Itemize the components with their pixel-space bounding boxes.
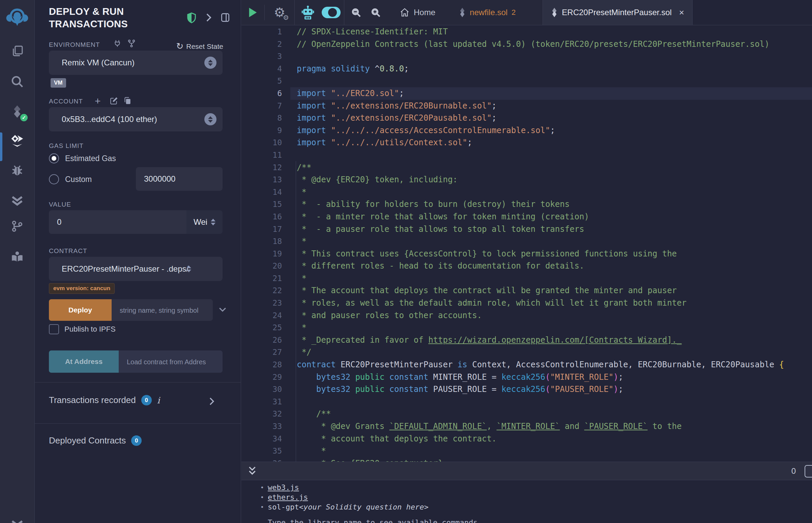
code-line[interactable]: 11 [242, 149, 812, 161]
debugger-icon[interactable] [10, 163, 25, 178]
select-spinner-icon[interactable] [187, 266, 191, 272]
code-line[interactable]: 16 * - a minter role that allows for tok… [242, 211, 812, 223]
code-line[interactable]: 7import "../extensions/ERC20Burnable.sol… [242, 100, 812, 112]
zoom-out-icon[interactable] [346, 0, 366, 25]
web3js-link[interactable]: web3.js [268, 483, 299, 492]
shield-icon[interactable] [187, 12, 197, 25]
line-number: 30 [242, 383, 282, 396]
code-line[interactable]: 23 * roles, as well as the default admin… [242, 297, 812, 309]
copy-account-icon[interactable] [123, 96, 132, 107]
add-account-icon[interactable]: + [95, 95, 101, 107]
tab-home[interactable]: Home [391, 0, 443, 25]
line-number: 34 [242, 433, 282, 445]
estimated-gas-option[interactable]: Estimated Gas [49, 153, 116, 163]
code-line[interactable]: 2// OpenZeppelin Contracts (last updated… [242, 38, 812, 51]
custom-gas-input[interactable] [136, 167, 223, 191]
unit-spinner-icon[interactable] [211, 219, 215, 226]
code-line[interactable]: 5 [242, 75, 812, 87]
learneth-icon[interactable] [10, 249, 25, 265]
code-line[interactable]: 32 /** [242, 408, 812, 420]
code-line[interactable]: 3 [242, 50, 812, 63]
plug-icon[interactable] [113, 39, 122, 49]
terminal-header[interactable]: 0 [242, 462, 812, 480]
code-line[interactable]: 27 */ [242, 346, 812, 359]
code-line[interactable]: 12/** [242, 161, 812, 174]
value-unit-select[interactable]: Wei [187, 210, 223, 234]
code-line[interactable]: 21 * [242, 272, 812, 285]
compile-run-gears-icon[interactable]: ⚙ ⚙ [265, 0, 294, 25]
code-line[interactable]: 1// SPDX-License-Identifier: MIT [242, 25, 812, 38]
ethersjs-link[interactable]: ethers.js [268, 492, 308, 502]
info-icon[interactable]: i [157, 395, 160, 405]
code-line[interactable]: 9import "../../../access/AccessControlEn… [242, 124, 812, 137]
publish-ipfs-checkbox[interactable] [49, 324, 59, 334]
account-select[interactable]: 0x5B3...eddC4 (100 ether) [49, 107, 223, 131]
toolbar-separator [294, 0, 295, 25]
deploy-run-icon[interactable] [10, 133, 25, 149]
at-address-input[interactable] [119, 350, 223, 373]
code-line[interactable]: 22 * The account that deploys the contra… [242, 284, 812, 297]
deploy-button[interactable]: Deploy [49, 299, 112, 321]
code-line[interactable]: 17 * - a pauser role that allows to stop… [242, 223, 812, 236]
code-line[interactable]: 35 * [242, 445, 812, 457]
run-script-icon[interactable] [242, 0, 264, 25]
code-line[interactable]: 29 bytes32 public constant MINTER_ROLE =… [242, 371, 812, 383]
select-spinner-icon[interactable] [204, 57, 216, 69]
code-editor[interactable]: 1// SPDX-License-Identifier: MIT2// Open… [242, 25, 812, 469]
editor-topbar: ⚙ ⚙ [242, 0, 812, 25]
unit-testing-icon[interactable] [10, 193, 25, 208]
custom-gas-option[interactable]: Custom [49, 174, 92, 184]
code-line[interactable]: 28contract ERC20PresetMinterPauser is Co… [242, 359, 812, 371]
ai-assistant-robot-icon[interactable] [297, 0, 318, 25]
zoom-in-icon[interactable] [366, 0, 385, 25]
code-line[interactable]: 13 * @dev {ERC20} token, including: [242, 174, 812, 186]
transactions-expand-chevron-icon[interactable] [208, 397, 215, 407]
deploy-args-input[interactable] [112, 299, 213, 321]
code-line[interactable]: 20 * different roles - head to its docum… [242, 260, 812, 272]
code-line[interactable]: 15 * - ability for holders to burn (dest… [242, 198, 812, 211]
code-line[interactable]: 14 * [242, 186, 812, 198]
edit-account-icon[interactable] [110, 96, 118, 107]
contract-select[interactable]: ERC20PresetMinterPauser - .deps/ [49, 257, 223, 281]
code-line[interactable]: 10import "../../../utils/Context.sol"; [242, 137, 812, 149]
settings-partial-icon[interactable] [10, 520, 25, 523]
file-explorer-icon[interactable] [10, 43, 25, 59]
line-number: 4 [242, 63, 282, 75]
search-icon[interactable] [10, 74, 25, 89]
custom-gas-radio[interactable] [49, 174, 59, 184]
code-line[interactable]: 19 * This contract uses {AccessControl} … [242, 248, 812, 260]
code-line[interactable]: 8import "../extensions/ERC20Pausable.sol… [242, 112, 812, 124]
pin-panel-chevron-icon[interactable] [205, 13, 212, 23]
home-icon [400, 7, 410, 18]
at-address-button[interactable]: At Address [49, 350, 119, 373]
expand-deploy-chevron-icon[interactable] [217, 304, 228, 316]
code-line[interactable]: 26 * _Deprecated in favor of https://wiz… [242, 334, 812, 346]
terminal-search-box[interactable] [805, 465, 812, 477]
code-line[interactable]: 24 * and pauser roles to other accounts. [242, 309, 812, 322]
code-line[interactable]: 30 bytes32 public constant PAUSER_ROLE =… [242, 383, 812, 396]
split-view-icon[interactable] [220, 12, 231, 24]
collapse-terminal-icon[interactable] [248, 465, 257, 477]
estimated-gas-radio[interactable] [49, 153, 59, 163]
code-line[interactable]: 25 * [242, 322, 812, 334]
reset-state-button[interactable]: ↻ Reset State [176, 41, 223, 52]
git-icon[interactable] [10, 218, 25, 234]
code-line[interactable]: 18 * [242, 235, 812, 248]
code-line[interactable]: 34 * account that deploys the contract. [242, 433, 812, 445]
tab-erc20presetminterpauser-sol[interactable]: ERC20PresetMinterPauser.sol × [543, 0, 693, 25]
publish-ipfs-option[interactable]: Publish to IPFS [49, 324, 116, 334]
close-tab-icon[interactable]: × [679, 7, 684, 18]
code-line[interactable]: 4pragma solidity ^0.8.0; [242, 63, 812, 75]
ai-toggle-switch[interactable] [318, 0, 344, 25]
select-spinner-icon[interactable] [204, 113, 216, 125]
environment-select[interactable]: Remix VM (Cancun) [49, 51, 223, 75]
code-line[interactable]: 6import "../ERC20.sol"; [242, 87, 812, 100]
solidity-compiler-icon[interactable]: ✓ [10, 104, 25, 119]
tab-newfile-sol[interactable]: newfile.sol 2 [451, 0, 524, 25]
transactions-recorded-section[interactable]: Transactions recorded 0 i [49, 395, 160, 405]
terminal-list-item: • web3.js [242, 483, 812, 492]
code-line[interactable]: 31 [242, 396, 812, 408]
fork-environment-icon[interactable] [127, 39, 136, 49]
code-line[interactable]: 33 * @dev Grants `DEFAULT_ADMIN_ROLE`, `… [242, 420, 812, 433]
value-input[interactable] [49, 210, 187, 234]
